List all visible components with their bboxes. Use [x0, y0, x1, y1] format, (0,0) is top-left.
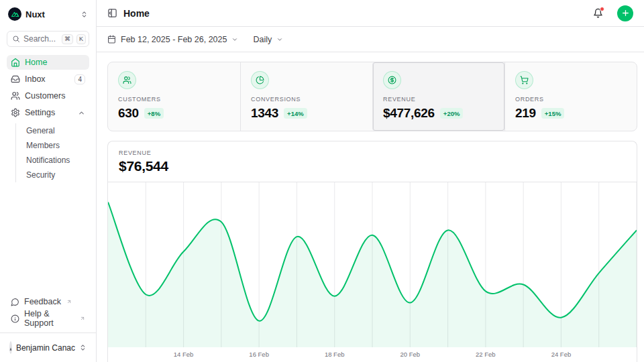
x-axis-tick: 16 Feb: [249, 351, 269, 358]
chart-x-axis: 14 Feb16 Feb18 Feb20 Feb22 Feb24 Feb: [108, 347, 637, 362]
home-icon: [11, 58, 20, 67]
cart-icon: [520, 76, 529, 84]
stat-value: $477,626: [383, 106, 435, 121]
x-axis-tick: 24 Feb: [551, 351, 572, 358]
stats-row: CUSTOMERS630+8%CONVERSIONS1343+14%REVENU…: [107, 62, 637, 131]
stat-label: ORDERS: [515, 96, 627, 103]
chart-plot-area: [108, 182, 637, 347]
main-area: Home Feb 12, 2025 - Feb 26, 2025 Daily: [97, 0, 644, 362]
pie-chart-icon: [256, 76, 264, 84]
sidebar-subitem-general[interactable]: General: [23, 123, 89, 138]
stat-card-customers[interactable]: CUSTOMERS630+8%: [108, 62, 240, 131]
sidebar-item-home[interactable]: Home: [7, 55, 89, 70]
info-circle-icon: [11, 314, 19, 323]
stat-delta-badge: +14%: [284, 108, 307, 119]
message-bubble-icon: [11, 298, 19, 306]
subitem-label: General: [26, 126, 55, 135]
footer-link-label: Feedback: [24, 297, 61, 306]
date-range-value: Feb 12, 2025 - Feb 26, 2025: [121, 35, 227, 44]
user-name: Benjamin Canac: [16, 343, 75, 353]
sidebar-subitem-security[interactable]: Security: [23, 168, 89, 182]
sidebar-item-label: Inbox: [25, 74, 70, 84]
search-placeholder: Search...: [23, 34, 58, 44]
notification-dot: [600, 7, 604, 11]
arrow-up-right-icon: [66, 299, 72, 304]
chart-header: REVENUE $76,544: [108, 141, 637, 182]
revenue-chart-card: REVENUE $76,544 14 Feb16 Feb18 Feb20 Feb…: [107, 141, 637, 362]
stat-delta-badge: +20%: [440, 108, 464, 119]
sidebar-item-label: Settings: [25, 108, 73, 117]
notifications-button[interactable]: [593, 8, 603, 18]
divider: [0, 333, 96, 333]
x-axis-tick: 22 Feb: [476, 351, 496, 358]
stat-card-conversions[interactable]: CONVERSIONS1343+14%: [240, 62, 372, 131]
users-icon: [123, 76, 131, 84]
chevron-updown-icon: [80, 11, 88, 18]
kbd-k: K: [76, 34, 86, 44]
chart-plot[interactable]: 14 Feb16 Feb18 Feb20 Feb22 Feb24 Feb: [108, 182, 637, 362]
sidebar-item-inbox[interactable]: Inbox4: [7, 72, 89, 86]
add-button[interactable]: [617, 5, 633, 21]
subitem-label: Notifications: [26, 156, 70, 165]
x-axis-tick: 14 Feb: [174, 351, 194, 358]
topbar: Home: [97, 0, 644, 27]
stat-delta-badge: +15%: [541, 108, 565, 119]
stat-label: CUSTOMERS: [118, 96, 230, 103]
sidebar-item-label: Home: [25, 58, 85, 67]
kbd-cmd: ⌘: [62, 34, 73, 44]
chevron-updown-icon: [79, 344, 87, 351]
arrow-up-right-icon: [80, 316, 85, 321]
sidebar-item-label: Customers: [25, 91, 85, 101]
sidebar-nav: HomeInbox4CustomersSettingsGeneralMember…: [7, 55, 89, 182]
user-menu[interactable]: Benjamin Canac: [7, 335, 89, 355]
stat-card-revenue[interactable]: REVENUE$477,626+20%: [372, 62, 504, 131]
stat-label: CONVERSIONS: [251, 96, 362, 103]
footer-link-label: Help & Support: [24, 309, 74, 328]
stat-label: REVENUE: [383, 96, 494, 103]
search-input[interactable]: Search... ⌘ K: [7, 31, 89, 47]
chevron-up-icon: [78, 109, 85, 117]
period-value: Daily: [253, 35, 272, 44]
collapse-sidebar-icon[interactable]: [107, 8, 117, 18]
subitem-label: Members: [26, 141, 60, 150]
sidebar-item-customers[interactable]: Customers: [7, 88, 89, 103]
stat-delta-badge: +8%: [144, 108, 164, 119]
workspace-name: Nuxt: [25, 9, 76, 19]
chart-label: REVENUE: [119, 149, 626, 156]
content: CUSTOMERS630+8%CONVERSIONS1343+14%REVENU…: [97, 52, 644, 362]
dollar-circle-icon: [388, 76, 396, 84]
avatar: [9, 341, 12, 354]
plus-icon: [621, 9, 630, 17]
stat-value: 1343: [251, 106, 278, 121]
period-select[interactable]: Daily: [253, 35, 283, 44]
sidebar: Nuxt Search... ⌘ K HomeInbox4CustomersSe…: [0, 0, 97, 362]
filters-toolbar: Feb 12, 2025 - Feb 26, 2025 Daily: [97, 27, 644, 52]
page-title: Home: [123, 8, 587, 19]
sidebar-footer: FeedbackHelp & Support Benjamin Canac: [7, 294, 89, 355]
x-axis-tick: 20 Feb: [400, 351, 420, 358]
sidebar-item-settings[interactable]: Settings: [7, 105, 89, 120]
sidebar-subitem-members[interactable]: Members: [23, 138, 89, 153]
area-chart: [108, 182, 637, 347]
sidebar-link-help-support[interactable]: Help & Support: [7, 311, 89, 326]
chart-value: $76,544: [119, 158, 626, 174]
inbox-count-badge: 4: [74, 74, 85, 84]
users-icon: [11, 91, 20, 101]
chevron-down-icon: [276, 36, 283, 43]
nuxt-logo-icon: [8, 7, 21, 21]
date-range-picker[interactable]: Feb 12, 2025 - Feb 26, 2025: [107, 35, 238, 44]
sidebar-link-feedback[interactable]: Feedback: [7, 294, 89, 309]
calendar-icon: [107, 35, 116, 44]
stat-card-orders[interactable]: ORDERS219+15%: [504, 62, 637, 131]
gear-icon: [11, 108, 20, 117]
workspace-switcher[interactable]: Nuxt: [7, 6, 89, 22]
subitem-label: Security: [26, 170, 55, 180]
stat-value: 219: [515, 106, 536, 121]
settings-subnav: GeneralMembersNotificationsSecurity: [15, 123, 89, 182]
sidebar-subitem-notifications[interactable]: Notifications: [23, 153, 89, 168]
x-axis-tick: 18 Feb: [325, 351, 345, 358]
chevron-down-icon: [231, 36, 238, 43]
stat-value: 630: [118, 106, 139, 121]
app-window: Nuxt Search... ⌘ K HomeInbox4CustomersSe…: [0, 0, 644, 362]
search-icon: [12, 35, 20, 43]
